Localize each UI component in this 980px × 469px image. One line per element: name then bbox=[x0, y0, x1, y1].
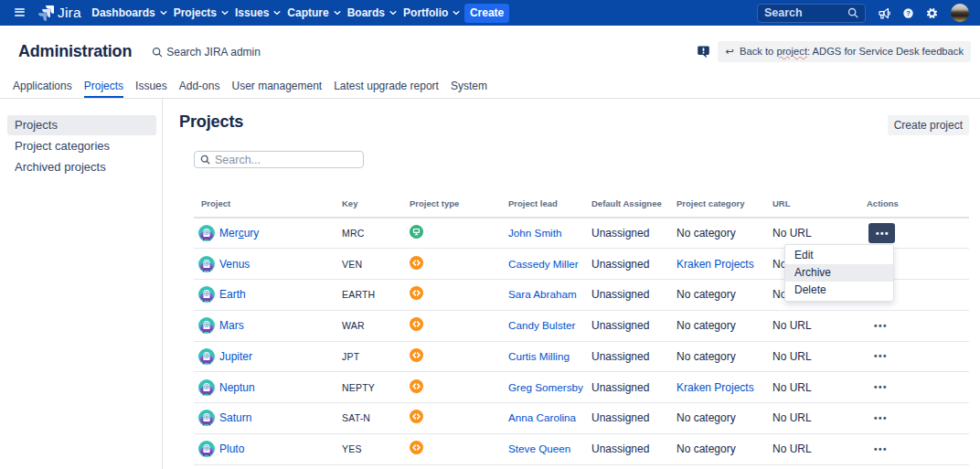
svg-text:?: ? bbox=[906, 9, 911, 17]
